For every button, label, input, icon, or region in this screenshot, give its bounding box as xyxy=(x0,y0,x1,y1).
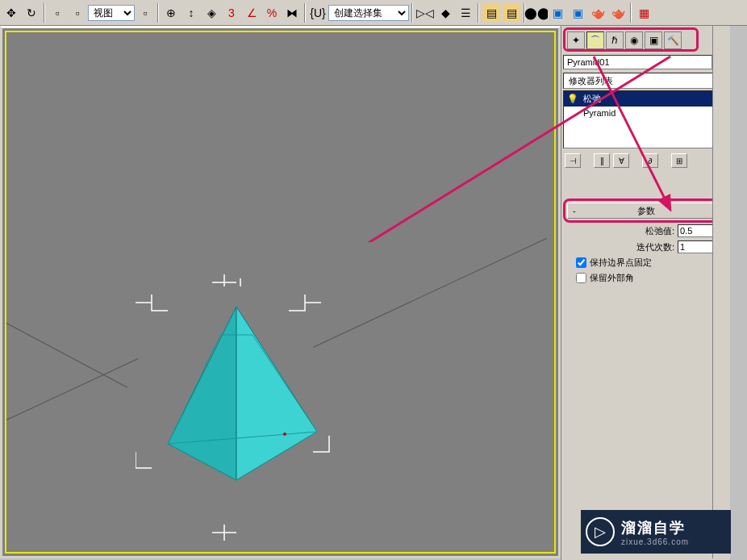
configure-icon[interactable]: ⊞ xyxy=(671,153,687,168)
watermark-url: zixue.3d66.com xyxy=(621,537,689,546)
right-dock-toolbar xyxy=(712,26,728,558)
selection-set-dropdown[interactable]: 创建选择集 xyxy=(328,5,409,21)
viewport[interactable] xyxy=(0,26,561,558)
svg-marker-1 xyxy=(236,307,317,480)
curve-editor-icon[interactable]: ▤ xyxy=(482,3,501,23)
stack-row-modifier[interactable]: 💡 松弛 xyxy=(564,91,728,107)
align-icon[interactable]: ◆ xyxy=(436,3,455,23)
keep-boundary-checkbox[interactable] xyxy=(576,257,586,268)
modify-tab-icon[interactable]: ⌒ xyxy=(586,31,604,49)
watermark-title: 溜溜自学 xyxy=(621,518,689,537)
axis-icon[interactable]: ↕ xyxy=(182,3,201,23)
create-tab-icon[interactable]: ✦ xyxy=(567,31,585,49)
iterations-input[interactable] xyxy=(678,240,713,253)
keep-boundary-label: 保持边界点固定 xyxy=(590,257,652,269)
parameters-rollout-header[interactable]: - 参数 xyxy=(567,203,724,219)
stack-buttons-row: ⊣ ‖ ∀ ∂ ⊞ xyxy=(563,152,728,169)
stack-modifier-label: 松弛 xyxy=(583,93,601,105)
motion-tab-icon[interactable]: ◉ xyxy=(625,31,643,49)
relax-value-label: 松弛值: xyxy=(645,225,674,237)
command-panel-tabs: ✦ ⌒ ℏ ◉ ▣ 🔨 xyxy=(563,27,699,52)
mirror-icon[interactable]: ▷◁ xyxy=(415,3,435,23)
show-result-icon[interactable]: ‖ xyxy=(594,153,610,168)
view-dropdown[interactable]: 视图 xyxy=(88,5,135,21)
save-outer-checkbox[interactable] xyxy=(576,273,586,283)
svg-marker-0 xyxy=(168,307,236,480)
hierarchy-tab-icon[interactable]: ℏ xyxy=(606,31,624,49)
pin-stack-icon[interactable]: ⊣ xyxy=(565,153,581,168)
make-unique-icon[interactable]: ∀ xyxy=(613,153,629,168)
layers-icon[interactable]: ☰ xyxy=(456,3,475,23)
move-icon[interactable]: ✥ xyxy=(2,3,21,23)
main-toolbar: ✥ ↻ ▫ ▫ 视图 ▫ ⊕ ↕ ◈ 3 ∠ % ⧓ {U} 创建选择集 ▷◁ … xyxy=(0,0,747,26)
scale-icon[interactable]: ▫ xyxy=(68,3,87,23)
utilities-tab-icon[interactable]: 🔨 xyxy=(664,31,682,49)
save-outer-label: 保留外部角 xyxy=(590,272,634,284)
spinner-snap-icon[interactable]: ⧓ xyxy=(282,3,302,23)
named-sel-icon[interactable]: {U} xyxy=(308,3,328,23)
iterations-label: 迭代次数: xyxy=(636,241,674,253)
rotate-icon[interactable]: ↻ xyxy=(22,3,41,23)
stack-row-base[interactable]: Pyramid xyxy=(564,107,728,119)
material-icon[interactable]: ⬤⬤ xyxy=(528,3,547,23)
stack-base-label: Pyramid xyxy=(583,108,616,118)
pyramid-object[interactable] xyxy=(144,274,345,500)
extra-icon[interactable]: ▦ xyxy=(634,3,653,23)
object-name-field[interactable] xyxy=(563,55,712,69)
angle-snap-icon[interactable]: ∠ xyxy=(242,3,261,23)
render-frame-icon[interactable]: ▣ xyxy=(568,3,587,23)
parameters-highlight: - 参数 xyxy=(563,199,728,223)
render-icon[interactable]: 🫖 xyxy=(608,3,628,23)
selcenter-icon[interactable]: ⊕ xyxy=(161,3,181,23)
tool-icon[interactable]: ▫ xyxy=(136,3,155,23)
schematic-icon[interactable]: ▤ xyxy=(502,3,521,23)
rollout-title: 参数 xyxy=(637,206,655,215)
play-icon: ▷ xyxy=(586,517,615,546)
snap-icon[interactable]: 3 xyxy=(222,3,241,23)
relax-value-input[interactable] xyxy=(678,224,713,237)
render-setup-icon[interactable]: ▣ xyxy=(548,3,567,23)
cube-icon[interactable]: ◈ xyxy=(202,3,221,23)
command-panel: ✦ ⌒ ℏ ◉ ▣ 🔨 修改器列表 💡 松弛 Pyramid ⊣ xyxy=(561,26,730,560)
link-icon[interactable]: ▫ xyxy=(48,3,67,23)
modifier-list-dropdown[interactable]: 修改器列表 xyxy=(563,73,728,89)
bulb-icon: 💡 xyxy=(567,94,578,104)
watermark: ▷ 溜溜自学 zixue.3d66.com xyxy=(581,510,731,554)
remove-mod-icon[interactable]: ∂ xyxy=(642,153,658,168)
modifier-stack[interactable]: 💡 松弛 Pyramid xyxy=(563,90,728,148)
quick-render-icon[interactable]: 🫖 xyxy=(588,3,607,23)
percent-snap-icon[interactable]: % xyxy=(262,3,282,23)
display-tab-icon[interactable]: ▣ xyxy=(645,31,662,49)
